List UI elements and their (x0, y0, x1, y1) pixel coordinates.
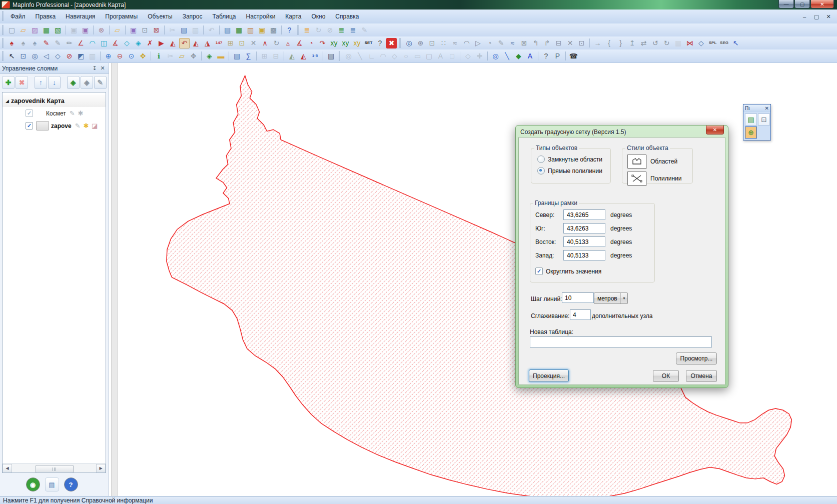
dialog-close-button[interactable]: ✕ (706, 126, 724, 134)
spatial-catalog-icon[interactable]: ≣ (348, 25, 358, 36)
layer-tree-root[interactable]: ◢ zapovednik Карта (3, 94, 106, 107)
step-units-select[interactable]: метров ▼ (594, 292, 628, 304)
polygon-select-icon[interactable]: ◁ (41, 51, 52, 62)
angle-node-icon[interactable]: ∡ (110, 38, 121, 48)
new-browser-icon[interactable]: ▤ (222, 25, 233, 36)
radio-straight-polylines[interactable]: Прямые полилинии (537, 167, 610, 174)
minimize-button[interactable]: — (778, 0, 794, 8)
p-tool-icon[interactable]: P (552, 51, 563, 62)
copy-frame-icon[interactable]: ⊡ (427, 38, 437, 48)
zoom-query-icon[interactable]: ⊙ (126, 51, 137, 62)
autolabel-star-icon[interactable]: ✱ (82, 122, 91, 130)
arc-ccw-icon[interactable]: ↺ (650, 38, 660, 48)
pan-icon[interactable]: ✥ (138, 51, 148, 62)
link-nodes-icon[interactable]: ⋈ (684, 38, 695, 48)
cancel-button[interactable]: Отмена (686, 370, 717, 382)
move-layer-down-icon[interactable]: ↓ (48, 76, 61, 89)
layer-style-override-icon[interactable]: ◈ (81, 76, 93, 89)
layer-control-icon[interactable]: ◈ (204, 51, 215, 62)
layer-row-zapovednik[interactable]: zapove ✎ ✱ ◪ (3, 120, 106, 132)
panel-help-icon[interactable]: ? (64, 478, 78, 492)
step-input[interactable] (562, 292, 594, 303)
copy-icon[interactable]: ▤ (179, 25, 189, 36)
offset-dimension-icon[interactable]: ⊡ (237, 38, 247, 48)
set-coordinate-icon[interactable]: SET (363, 38, 374, 48)
lasso-icon[interactable]: ≈ (450, 38, 460, 48)
mdi-minimize-button[interactable]: – (801, 14, 808, 20)
angle-dimension-icon[interactable]: ∡ (294, 38, 305, 48)
zoom-out-icon[interactable]: ⊖ (115, 51, 125, 62)
split-object-icon[interactable]: SPL (707, 38, 718, 48)
menu-item-8[interactable]: Карта (280, 10, 306, 24)
mirror-band-icon[interactable]: ◫ (99, 38, 109, 48)
open-workspace-icon[interactable]: ▱ (112, 25, 123, 36)
move-duplicate-icon[interactable]: ⊞ (225, 38, 236, 48)
menu-item-9[interactable]: Окно (306, 10, 330, 24)
arc-back-icon[interactable]: ↶ (179, 38, 190, 48)
close-universal-link-icon[interactable]: ⊗ (96, 25, 107, 36)
rotate-object-icon[interactable]: ↻ (271, 38, 282, 48)
window-legend-icon[interactable]: ▤ (326, 51, 336, 62)
text-style-icon[interactable]: A (525, 51, 535, 62)
brace-left-icon[interactable]: { (604, 38, 614, 48)
open-table-add-icon[interactable]: ▨ (30, 25, 40, 36)
menu-item-6[interactable]: Таблица (207, 10, 241, 24)
xy-line-icon[interactable]: xy (329, 38, 339, 48)
create-grid-icon[interactable]: ⊕ (745, 126, 757, 138)
panel-close-icon[interactable]: ✕ (99, 65, 107, 72)
layer-style-swatch[interactable] (36, 121, 49, 130)
mdi-close-button[interactable]: ✕ (825, 14, 832, 20)
open-web-map-service-icon[interactable]: ▦ (41, 25, 52, 36)
save-copy-as-icon[interactable]: ▣ (80, 25, 91, 36)
menu-item-0[interactable]: Файл (6, 10, 31, 24)
west-input[interactable] (563, 250, 605, 260)
ruler-icon[interactable]: ▬ (216, 51, 226, 62)
menu-item-1[interactable]: Правка (31, 10, 61, 24)
box-query-icon[interactable]: ⊡ (576, 38, 587, 48)
south-input[interactable] (563, 223, 605, 234)
arrow-box-icon[interactable]: ▷ (473, 38, 483, 48)
grid-notes-icon[interactable]: ▤ (745, 114, 757, 126)
stamp-style-nodes-icon[interactable]: ♠ (18, 38, 29, 48)
dome-icon[interactable]: ◠ (461, 38, 472, 48)
export-window-icon[interactable]: ⊠ (151, 25, 162, 36)
circle-sector-icon[interactable]: ◔ (306, 38, 316, 48)
boundary-select-icon[interactable]: ◇ (53, 51, 63, 62)
radio-closed-regions[interactable]: Замкнутые области (537, 156, 610, 163)
layer-tree-hscrollbar[interactable]: ◀ ▶ (3, 464, 106, 472)
palette-query-icon[interactable]: ◔ (484, 38, 495, 48)
autolabel-icon[interactable]: ✱ (77, 110, 85, 117)
xy-node-icon[interactable]: xy (340, 38, 351, 48)
menu-item-2[interactable]: Навигация (61, 10, 100, 24)
open-web-feature-service-icon[interactable]: ▧ (53, 25, 63, 36)
hscroll-thumb[interactable] (36, 465, 74, 473)
block-move-icon[interactable]: ↥ (627, 38, 637, 48)
new-layout-icon[interactable]: ▣ (257, 25, 267, 36)
region-style-icon[interactable]: ◆ (513, 51, 524, 62)
divide-line-icon[interactable]: ✗ (145, 38, 155, 48)
pencil-gray-icon[interactable]: ✎ (496, 38, 506, 48)
region-style-button[interactable] (627, 154, 646, 168)
select-node-icon[interactable]: ↖ (730, 38, 741, 48)
panel-splitter[interactable] (111, 63, 118, 496)
smoothing-input[interactable] (570, 310, 591, 320)
mapcad-help-icon[interactable]: ? (375, 38, 385, 48)
north-input[interactable] (563, 210, 605, 220)
coordinate-label-icon[interactable]: 147 (214, 38, 224, 48)
brace-right-icon[interactable]: } (615, 38, 626, 48)
mapcad-close-icon[interactable]: ✖ (386, 38, 397, 48)
menu-item-3[interactable]: Программы (100, 10, 143, 24)
triangle-right-icon[interactable]: ◮ (202, 38, 213, 48)
layer-visibility-icon[interactable]: ◈ (67, 76, 80, 89)
corner-up-icon[interactable]: ↰ (530, 38, 541, 48)
distance-scale-icon[interactable]: ◭ (298, 51, 309, 62)
save-workspace-icon[interactable]: ▣ (128, 25, 139, 36)
close-button[interactable]: ✕ (810, 0, 834, 8)
new-table-icon[interactable]: ▢ (7, 25, 17, 36)
restore-button[interactable]: ▢ (794, 0, 810, 8)
freehand-draw-icon[interactable]: ≈ (507, 38, 518, 48)
menu-item-10[interactable]: Справка (330, 10, 364, 24)
marquee-select-icon[interactable]: ⊡ (18, 51, 29, 62)
menu-item-5[interactable]: Запрос (178, 10, 208, 24)
label-tool-icon[interactable]: ▱ (177, 51, 187, 62)
